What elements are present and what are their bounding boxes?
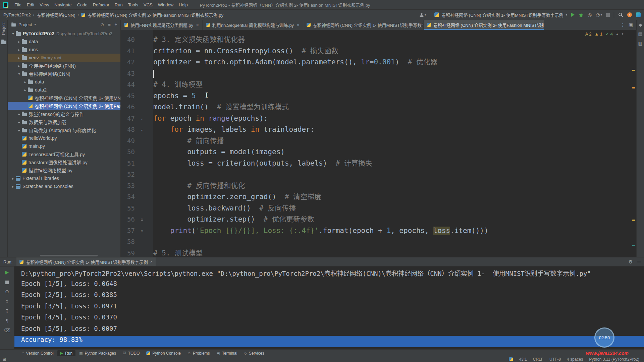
project-horizontal-scrollbar[interactable] [40, 255, 98, 256]
editor-tab[interactable]: 利用nn.Sequential 简化模型构建与训练.py× [203, 20, 303, 30]
breadcrumb-item[interactable]: PyTorch2Pro2 [3, 12, 31, 17]
folder-stripe-icon[interactable] [1, 41, 6, 44]
fold-arrow-icon[interactable]: ⌄ [138, 113, 146, 124]
updates-notification-icon[interactable]: ↑ [627, 12, 632, 17]
tool-window-button-services[interactable]: ◇Services [241, 350, 267, 356]
tree-item[interactable]: ▸data2 [8, 86, 120, 94]
expand-options-icon[interactable]: ÷ [115, 22, 117, 27]
editor-tab[interactable]: 卷积神经网络 (CNN) 介绍实例 1- 使用MNIST识别手写数字示例.py× [303, 20, 424, 30]
tree-item[interactable]: helloWorld.py [8, 134, 120, 142]
search-everywhere-icon[interactable] [618, 12, 623, 17]
tree-item[interactable]: ▾卷积神经网络(CNN) [8, 70, 120, 78]
tool-window-button-run[interactable]: ▶Run [57, 350, 75, 356]
inspection-count[interactable]: ▲ 1 [594, 32, 602, 37]
right-stripe-icon[interactable]: ▤ [638, 32, 642, 36]
status-caret-position[interactable]: 43:1 [519, 357, 527, 362]
inspections-widget[interactable]: A 2▲ 1✓ 4▲ ▼ [585, 32, 625, 37]
tree-item[interactable]: 卷积神经网络 (CNN) 介绍实例 2- 使用Fashion [8, 102, 120, 110]
tree-item[interactable]: ▸全连接神经网络 (FNN) [8, 62, 120, 70]
menu-help[interactable]: Help [176, 1, 191, 8]
ide-plugin-icon[interactable] [636, 12, 641, 17]
user-icon[interactable]: ▾ [419, 12, 426, 17]
run-button[interactable] [571, 13, 575, 17]
inspection-count[interactable]: ✓ 4 [605, 32, 613, 37]
tool-window-button-todo[interactable]: ☑TODO [120, 350, 143, 356]
project-stripe-tab[interactable]: Project [1, 22, 6, 35]
breadcrumb-item[interactable]: 卷积神经网络(CNN) [37, 12, 75, 18]
chevron-collapsed-icon[interactable]: ▸ [22, 80, 28, 84]
chevron-collapsed-icon[interactable]: ▸ [16, 40, 22, 44]
code-editor[interactable]: 40# 3. 定义损失函数和优化器41criterion = nn.CrossE… [121, 30, 636, 257]
tree-item[interactable]: ▸Scratches and Consoles [8, 182, 120, 190]
chevron-expanded-icon[interactable]: ▾ [10, 32, 16, 36]
menu-run[interactable]: Run [112, 1, 125, 8]
tree-item[interactable]: ▸数据集与数据加载 [8, 118, 120, 126]
breadcrumb-item[interactable]: 卷积神经网络 (CNN) 介绍实例 2- 使用Fashion MNIST识别衣服… [88, 12, 223, 18]
locate-file-icon[interactable]: ⊙ [100, 22, 104, 27]
rerun-icon[interactable]: ▶ [5, 270, 9, 275]
tree-item[interactable]: ▾PyTorch2Pro2D:\python_pro\PyTorch2Pro2 [8, 29, 120, 38]
menu-navigate[interactable]: Navigate [52, 1, 74, 8]
chevron-collapsed-icon[interactable]: ▸ [16, 128, 22, 132]
profiler-button[interactable]: ◔▾ [596, 12, 602, 17]
tool-window-button-python-console[interactable]: Python Console [143, 350, 184, 356]
tool-window-button-problems[interactable]: ⚠Problems [184, 350, 213, 356]
tree-item[interactable]: ▸venvlibrary root [8, 54, 120, 62]
fold-arrow-icon[interactable]: ⌄ [138, 124, 146, 135]
chevron-expanded-icon[interactable]: ▾ [16, 72, 22, 76]
gear-icon[interactable]: ⚙ [629, 259, 633, 264]
tree-item[interactable]: 搭建神经网络模型.py [8, 166, 120, 174]
coverage-button[interactable]: ◎ [588, 12, 592, 17]
gutter-mark-icon[interactable]: ⌂ [138, 225, 146, 237]
split-editor-icon[interactable]: ▣ [629, 22, 633, 27]
menu-edit[interactable]: Edit [24, 1, 37, 8]
menu-vcs[interactable]: VCS [141, 1, 155, 8]
close-icon[interactable]: × [196, 22, 199, 27]
chevron-collapsed-icon[interactable]: ▸ [16, 120, 22, 124]
wrap-icon[interactable]: ¶ [6, 318, 9, 323]
tree-item[interactable]: main.py [8, 142, 120, 150]
chevron-collapsed-icon[interactable]: ▸ [16, 56, 22, 60]
run-configuration-select[interactable]: 卷积神经网络 (CNN) 介绍实例 1- 使用MNIST识别手写数字示例 ▾ [434, 12, 567, 18]
right-stripe-icon[interactable]: ▥ [638, 41, 642, 46]
menu-refactor[interactable]: Refactor [90, 1, 112, 8]
tool-windows-toggle-icon[interactable]: ⊞ [3, 357, 6, 361]
trash-icon[interactable]: ⌫ [4, 328, 10, 333]
status-indent-style[interactable]: 4 spaces [567, 357, 583, 362]
tree-item[interactable]: ▸runs [8, 46, 120, 54]
status-line-endings[interactable]: CRLF [533, 357, 543, 362]
project-panel-title[interactable]: Project [18, 22, 32, 27]
status-python-interpreter[interactable]: Python 3.11 (PyTorch2Pro2) [589, 357, 639, 362]
menu-tools[interactable]: Tools [125, 1, 141, 8]
tree-item[interactable]: 卷积神经网络 (CNN) 介绍实例 1- 使用MNIST [8, 94, 120, 102]
more-tabs-icon[interactable]: ⋮ [621, 22, 625, 27]
status-file-encoding[interactable]: UTF-8 [549, 357, 561, 362]
notifications-bell-icon[interactable] [638, 22, 643, 27]
editor-tab[interactable]: 卷积神经网络 (CNN) 介绍实例 2- 使用Fashion MNIST识别衣服… [424, 20, 544, 30]
tree-item[interactable]: ▸data [8, 38, 120, 46]
collapse-all-icon[interactable]: ≡ [108, 22, 111, 27]
up-icon[interactable]: ↥ [5, 299, 9, 304]
inspection-navigate-icons[interactable]: ▲ ▼ [616, 33, 625, 36]
tree-item[interactable]: ▸自动微分 (Autograd) 与梯度优化 [8, 126, 120, 134]
menu-window[interactable]: Window [155, 1, 176, 8]
chevron-collapsed-icon[interactable]: ▸ [10, 185, 16, 188]
chevron-collapsed-icon[interactable]: ▸ [16, 64, 22, 68]
gutter-mark-icon[interactable]: ⌂ [138, 214, 146, 225]
hide-panel-icon[interactable]: ─ [637, 259, 641, 264]
menu-view[interactable]: View [37, 1, 52, 8]
tool-window-button-terminal[interactable]: ▣Terminal [214, 350, 240, 356]
run-panel-tab[interactable]: 卷积神经网络 (CNN) 介绍实例 1- 使用MNIST识别手写数字示例 × [16, 257, 155, 266]
down-icon[interactable]: ↧ [5, 309, 9, 313]
tree-item[interactable]: ▸data [8, 78, 120, 86]
menu-code[interactable]: Code [74, 1, 90, 8]
close-icon[interactable]: × [297, 22, 300, 27]
chevron-collapsed-icon[interactable]: ▸ [22, 88, 28, 92]
tree-item[interactable]: ▸External Libraries [8, 174, 120, 182]
stop-icon[interactable]: ■ [5, 280, 9, 284]
tree-item[interactable]: transform图像预处理讲解.py [8, 158, 120, 166]
inspection-count[interactable]: A 2 [585, 32, 592, 37]
pin-icon[interactable]: ⊙ [5, 289, 9, 294]
close-icon[interactable]: × [150, 260, 153, 264]
chevron-down-icon[interactable]: ▾ [34, 23, 36, 26]
